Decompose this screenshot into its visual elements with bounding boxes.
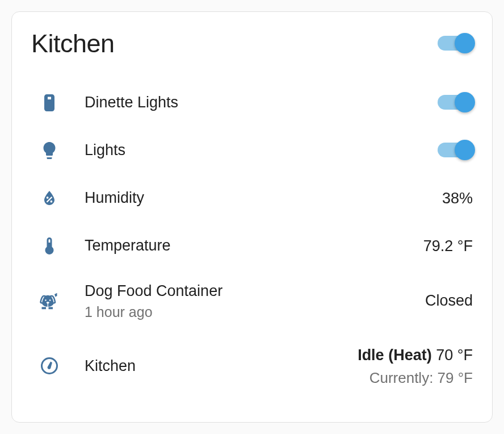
thermostat-state: Idle (Heat)	[358, 347, 432, 364]
entity-name: Lights	[85, 140, 438, 160]
lights-toggle[interactable]	[438, 143, 473, 158]
card-title: Kitchen	[31, 29, 115, 59]
humidity-icon	[31, 188, 77, 208]
humidity-value: 38%	[442, 190, 473, 207]
gauge-icon	[31, 356, 77, 376]
entity-name: Dog Food Container	[85, 281, 425, 301]
entity-row-dog-food[interactable]: Dog Food Container 1 hour ago Closed	[31, 270, 473, 332]
entity-name: Kitchen	[85, 356, 358, 376]
entity-row-dinette-lights[interactable]: Dinette Lights	[31, 79, 473, 127]
entity-info: Kitchen	[77, 356, 358, 376]
svg-rect-0	[42, 307, 47, 309]
entity-name: Humidity	[85, 188, 442, 208]
dinette-lights-toggle[interactable]	[438, 95, 473, 111]
entity-info: Dinette Lights	[77, 93, 438, 112]
kitchen-card: Kitchen Dinette Lights Lights	[11, 11, 493, 423]
dog-icon	[31, 291, 77, 311]
lightbulb-icon	[31, 140, 77, 161]
dog-food-value: Closed	[425, 292, 473, 310]
thermostat-current: Currently: 79 °F	[358, 369, 473, 387]
thermostat-primary: Idle (Heat) 70 °F	[358, 345, 473, 365]
entity-info: Lights	[77, 140, 438, 160]
thermostat-value: Idle (Heat) 70 °F Currently: 79 °F	[358, 345, 473, 387]
svg-rect-1	[49, 307, 53, 309]
thermostat-target: 70 °F	[436, 347, 473, 364]
entity-info: Humidity	[77, 188, 442, 208]
entity-row-lights[interactable]: Lights	[31, 127, 473, 174]
switch-icon	[31, 93, 77, 113]
entity-info: Dog Food Container 1 hour ago	[77, 281, 425, 320]
thermometer-icon	[31, 236, 77, 256]
card-header: Kitchen	[31, 29, 473, 59]
master-toggle[interactable]	[438, 36, 473, 52]
entity-secondary: 1 hour ago	[85, 303, 425, 320]
entity-row-thermostat[interactable]: Kitchen Idle (Heat) 70 °F Currently: 79 …	[31, 332, 473, 389]
entity-row-temperature[interactable]: Temperature 79.2 °F	[31, 222, 473, 270]
entity-info: Temperature	[77, 236, 423, 256]
temperature-value: 79.2 °F	[423, 237, 473, 255]
entity-row-humidity[interactable]: Humidity 38%	[31, 174, 473, 222]
entity-name: Dinette Lights	[85, 93, 438, 112]
entity-name: Temperature	[85, 236, 423, 256]
